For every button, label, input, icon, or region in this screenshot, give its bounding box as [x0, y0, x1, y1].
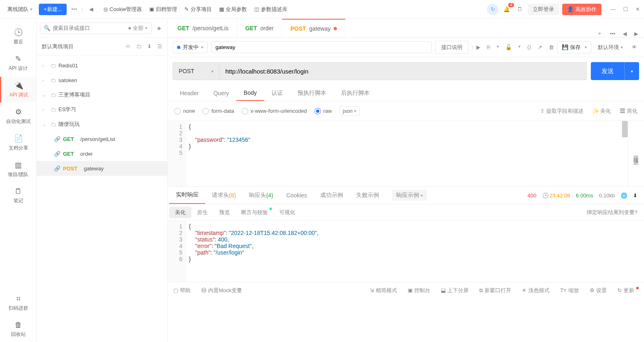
status-selector[interactable]: 开发中▾	[173, 42, 208, 53]
rail-notes[interactable]: 🗒笔记	[0, 183, 36, 208]
close-icon[interactable]: ✕	[635, 6, 640, 12]
rail-doc-share[interactable]: 📄文档分享	[0, 130, 36, 156]
resp-tab-success[interactable]: 成功示例	[314, 187, 350, 204]
back-icon[interactable]: ◀	[86, 4, 96, 14]
beautify-link[interactable]: ✨ 美化	[592, 107, 611, 115]
copy-icon[interactable]: ⎘	[487, 44, 490, 50]
globe-icon[interactable]: 🌐	[621, 192, 627, 199]
collab-button[interactable]: 👤高效协作	[562, 4, 601, 15]
split-link[interactable]: ⬓ 上下分屏	[441, 287, 469, 294]
reqtab-auth[interactable]: 认证	[264, 85, 290, 101]
folder-blog[interactable]: ⌄🗀三更博客项目	[37, 87, 167, 102]
resp-tab-cookies[interactable]: Cookies	[280, 187, 314, 204]
rail-auto-test[interactable]: ⚙自动化测试	[0, 103, 36, 129]
folder-play[interactable]: ⌄🗀随便玩玩	[37, 117, 167, 132]
fmt-assert[interactable]: 断言与校验	[236, 207, 274, 218]
new-tab-icon[interactable]: ＋	[597, 30, 602, 37]
fmt-beauty[interactable]: 美化	[169, 207, 191, 218]
theme-link[interactable]: ☀ 浅色模式	[522, 287, 550, 294]
api-name-input[interactable]	[211, 41, 432, 53]
tab-prev-icon[interactable]: ◀	[623, 31, 627, 37]
api-desc-button[interactable]: 接口说明	[435, 41, 469, 54]
reqtab-query[interactable]: Query	[206, 85, 236, 101]
zoom-link[interactable]: Tᴛ 缩放	[560, 287, 579, 294]
settings-link[interactable]: ⚙ 设置	[590, 287, 607, 294]
locate-icon[interactable]: ◈	[154, 23, 164, 33]
eye-icon[interactable]: 👁	[629, 42, 639, 52]
minimize-icon[interactable]: —	[610, 6, 616, 12]
resp-tab-respheaders[interactable]: 响应头(4)	[242, 187, 280, 204]
rail-recent[interactable]: 🕒最近	[0, 24, 36, 49]
search-input[interactable]	[53, 25, 125, 31]
fmt-visual[interactable]: 可视化	[274, 207, 301, 218]
new-folder-icon[interactable]: 🗀	[136, 43, 141, 49]
sort-icon[interactable]: ☰	[157, 43, 162, 49]
body-type-none[interactable]: none	[174, 108, 195, 114]
method-selector[interactable]: POST▾	[173, 62, 220, 80]
rail-recycle[interactable]: 🗑回收站	[0, 317, 36, 342]
url-input[interactable]	[220, 62, 587, 80]
tab-person-getlist[interactable]: GET/person/getLis	[169, 19, 237, 37]
reqtab-body[interactable]: Body	[236, 85, 264, 101]
download-resp-icon[interactable]: ⬇	[633, 192, 637, 199]
lite-mode-link[interactable]: ⇲ 精简模式	[370, 287, 397, 294]
download-icon[interactable]: ⬇	[147, 43, 152, 49]
update-link[interactable]: ↻ 更新	[617, 287, 638, 294]
reqtab-prescript[interactable]: 预执行脚本	[290, 85, 334, 101]
resp-tab-realtime[interactable]: 实时响应	[169, 187, 205, 204]
rail-api-design[interactable]: ✎API 设计	[0, 50, 36, 76]
response-body[interactable]: 123456 { "timestamp": "2022-12-18T15:42:…	[168, 221, 644, 282]
maximize-icon[interactable]: ☐	[623, 6, 628, 12]
save-button[interactable]: 💾保存▾	[557, 41, 591, 54]
tab-next-icon[interactable]: ▶	[634, 31, 638, 37]
new-button[interactable]: +新建...	[39, 4, 67, 15]
reqtab-postscript[interactable]: 后执行脚本	[334, 85, 377, 101]
tabs-more-icon[interactable]: •••	[610, 31, 615, 37]
resp-tab-fail[interactable]: 失败示例	[350, 187, 386, 204]
folder-es[interactable]: ›🗀ES学习	[37, 102, 167, 117]
send-button[interactable]: 发送	[591, 62, 624, 80]
archive-link[interactable]: ▣ 归档管理	[149, 6, 177, 13]
raw-format-selector[interactable]: json▾	[339, 106, 360, 116]
search-input-wrapper[interactable]: 🔍 ● 全部 ▾	[40, 22, 152, 34]
rail-api-debug[interactable]: 🔌API 调试	[0, 77, 36, 103]
lock-icon[interactable]: 🔓	[505, 44, 512, 50]
code-icon[interactable]: ⟨⟩	[527, 44, 531, 50]
fmt-raw[interactable]: 原生	[191, 207, 213, 218]
link-icon[interactable]: ♾	[126, 43, 130, 49]
field-desc-panel[interactable]: 字段描述	[628, 121, 644, 186]
global-params-link[interactable]: ▦ 全局参数	[219, 6, 247, 13]
console-link[interactable]: ▣ 控制台	[408, 287, 430, 294]
bind-result-link[interactable]: 绑定响应结果到变量?	[587, 209, 642, 216]
env-selector[interactable]: 默认环境▾	[595, 42, 626, 53]
body-type-formdata[interactable]: form-data	[202, 108, 234, 114]
body-editor[interactable]: 12345 { "password": "123456" }	[168, 121, 628, 186]
rail-scan-qr[interactable]: ⌗扫码进群	[0, 291, 36, 316]
note-icon[interactable]: 🗒	[515, 4, 525, 14]
extract-fields-link[interactable]: ⇧ 提取字段和描述	[540, 107, 583, 115]
resp-tab-reqheaders[interactable]: 请求头(8)	[205, 187, 242, 204]
body-type-raw[interactable]: raw	[314, 108, 332, 114]
export-icon[interactable]: ↗	[538, 44, 542, 50]
reqtab-header[interactable]: Header	[173, 85, 206, 101]
folder-redis01[interactable]: ›🗀Redis01	[37, 58, 167, 73]
sync-icon[interactable]: ↻	[487, 4, 498, 15]
more-icon[interactable]: •••	[70, 5, 78, 13]
api-gateway[interactable]: 🔗POST gateway	[37, 161, 167, 176]
help-link[interactable]: ▢ 帮助	[173, 287, 191, 294]
fmt-preview[interactable]: 预览	[213, 207, 236, 218]
api-person-getlist[interactable]: 🔗GET /person/getList	[37, 132, 167, 146]
new-window-link[interactable]: ⧉ 新窗口打开	[479, 287, 511, 294]
login-button[interactable]: 立即登录	[528, 4, 559, 15]
simplify-link[interactable]: ☰ 简化	[620, 107, 637, 115]
body-type-urlencoded[interactable]: x-www-form-urlencoded	[242, 108, 307, 114]
run-icon[interactable]: ▶	[476, 44, 480, 50]
tab-order[interactable]: GETorder	[237, 19, 282, 37]
editor-scrollbar[interactable]	[622, 121, 628, 137]
folder-satoken[interactable]: ›🗀satoken	[37, 73, 167, 87]
bell-icon[interactable]: 🔔4	[502, 4, 512, 14]
cookie-manager-link[interactable]: ◎ Cookie管理器	[103, 6, 142, 13]
team-selector[interactable]: 离线团队▾	[4, 4, 36, 15]
api-order[interactable]: 🔗GET order	[37, 146, 167, 161]
tab-gateway[interactable]: POSTgateway	[282, 19, 346, 37]
